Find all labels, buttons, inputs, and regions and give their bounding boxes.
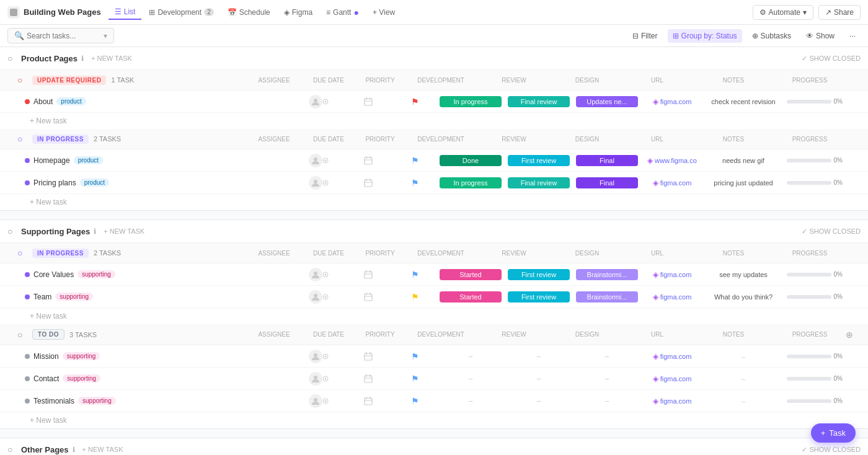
priority-mission[interactable]: ⚑ bbox=[393, 351, 436, 361]
url-link-corevalues[interactable]: ◈ figma.com bbox=[653, 270, 692, 279]
review-pricing[interactable]: Final review bbox=[505, 177, 573, 188]
url-testimonials[interactable]: ◈ figma.com bbox=[641, 397, 703, 405]
dev-team[interactable]: Started bbox=[436, 291, 505, 303]
filter-button[interactable]: ⊟ Filter bbox=[627, 29, 663, 43]
tab-figma[interactable]: ◈ Figma bbox=[278, 6, 319, 19]
tab-development[interactable]: ⊞ Development 2 bbox=[143, 6, 219, 19]
new-task-product[interactable]: + NEW TASK bbox=[87, 53, 136, 63]
url-link-pricing[interactable]: ◈ figma.com bbox=[653, 179, 692, 187]
priority-team[interactable]: ⚑ bbox=[393, 292, 436, 302]
collapse-icon-update[interactable]: ○ bbox=[17, 75, 27, 85]
url-homepage[interactable]: ◈ www.figma.co bbox=[641, 156, 703, 165]
review-about[interactable]: Final review bbox=[505, 96, 573, 107]
url-about[interactable]: ◈ figma.com bbox=[641, 97, 703, 106]
design-team[interactable]: Brainstormi... bbox=[573, 291, 641, 303]
tab-gantt[interactable]: ≡ Gantt ● bbox=[320, 5, 365, 20]
dev-testimonials[interactable]: – bbox=[436, 397, 505, 405]
dev-mission[interactable]: – bbox=[436, 352, 505, 361]
due-mission[interactable] bbox=[343, 351, 393, 361]
collapse-icon-inprogress-supporting[interactable]: ○ bbox=[17, 248, 27, 258]
task-name-team[interactable]: Team bbox=[33, 293, 51, 301]
automate-button[interactable]: ⚙ Automate ▾ bbox=[753, 5, 813, 20]
due-testimonials[interactable] bbox=[343, 396, 393, 406]
assignee-avatar-about[interactable] bbox=[309, 95, 322, 108]
assignee-avatar-homepage[interactable] bbox=[309, 154, 322, 167]
add-col-icon[interactable]: ⊕ bbox=[846, 330, 853, 340]
task-name-testimonials[interactable]: Testimonials bbox=[33, 397, 74, 405]
design-contact[interactable]: – bbox=[573, 374, 641, 383]
group-by-button[interactable]: ⊞ Group by: Status bbox=[668, 29, 742, 43]
task-tag-mission[interactable]: supporting bbox=[63, 352, 100, 360]
info-icon-other[interactable]: ℹ bbox=[73, 446, 75, 454]
dev-corevalues[interactable]: Started bbox=[436, 269, 505, 280]
url-link-about[interactable]: ◈ figma.com bbox=[653, 97, 692, 106]
dev-pricing[interactable]: In progress bbox=[436, 177, 505, 188]
review-testimonials[interactable]: – bbox=[505, 397, 573, 405]
assignee-avatar-pricing[interactable] bbox=[309, 176, 322, 190]
dev-homepage[interactable]: Done bbox=[436, 155, 505, 166]
due-about[interactable] bbox=[343, 97, 393, 107]
due-pricing[interactable] bbox=[343, 178, 393, 188]
tab-list[interactable]: ☰ List bbox=[108, 5, 142, 20]
collapse-icon-supporting[interactable]: ○ bbox=[7, 226, 17, 236]
due-corevalues[interactable] bbox=[343, 270, 393, 280]
task-tag-pricing[interactable]: product bbox=[80, 179, 109, 187]
assignee-avatar-testimonials[interactable] bbox=[309, 394, 322, 408]
show-closed-product[interactable]: ✓ SHOW CLOSED bbox=[802, 55, 861, 63]
task-name-pricing[interactable]: Pricing plans bbox=[33, 179, 76, 187]
task-tag-testimonials[interactable]: supporting bbox=[78, 397, 116, 405]
share-button[interactable]: ↗ Share bbox=[818, 5, 861, 20]
review-team[interactable]: First review bbox=[505, 291, 573, 303]
url-contact[interactable]: ◈ figma.com bbox=[641, 374, 703, 383]
new-task-row-todo[interactable]: + New task bbox=[0, 412, 868, 428]
due-homepage[interactable] bbox=[343, 156, 393, 166]
task-name-homepage[interactable]: Homepage bbox=[33, 156, 70, 165]
task-tag-corevalues[interactable]: supporting bbox=[78, 270, 115, 278]
assignee-avatar-corevalues[interactable] bbox=[309, 268, 322, 281]
design-corevalues[interactable]: Brainstormi... bbox=[573, 269, 641, 280]
url-pricing[interactable]: ◈ figma.com bbox=[641, 179, 703, 187]
info-icon-supporting[interactable]: ℹ bbox=[94, 228, 96, 236]
info-icon-product[interactable]: ℹ bbox=[81, 55, 84, 63]
due-contact[interactable] bbox=[343, 374, 393, 384]
url-link-team[interactable]: ◈ figma.com bbox=[653, 293, 692, 301]
task-tag-about[interactable]: product bbox=[56, 97, 86, 105]
design-testimonials[interactable]: – bbox=[573, 397, 641, 405]
new-task-row-supporting-ip[interactable]: + New task bbox=[0, 308, 868, 324]
show-button[interactable]: 👁 Show bbox=[801, 29, 839, 43]
design-about[interactable]: Updates ne... bbox=[573, 96, 641, 107]
priority-homepage[interactable]: ⚑ bbox=[393, 156, 436, 166]
url-link-contact[interactable]: ◈ figma.com bbox=[653, 374, 692, 383]
review-homepage[interactable]: First review bbox=[505, 155, 573, 166]
task-tag-homepage[interactable]: product bbox=[74, 156, 103, 164]
review-corevalues[interactable]: First review bbox=[505, 269, 573, 280]
dev-about[interactable]: In progress bbox=[436, 96, 505, 107]
collapse-icon-other[interactable]: ○ bbox=[7, 444, 17, 454]
new-task-supporting[interactable]: + NEW TASK bbox=[100, 226, 148, 236]
search-input[interactable] bbox=[27, 32, 101, 40]
priority-pricing[interactable]: ⚑ bbox=[393, 178, 436, 188]
url-link-homepage[interactable]: ◈ www.figma.co bbox=[647, 156, 697, 165]
task-name-mission[interactable]: Mission bbox=[33, 352, 59, 361]
url-link-mission[interactable]: ◈ figma.com bbox=[653, 352, 692, 361]
dev-contact[interactable]: – bbox=[436, 374, 505, 383]
new-task-other[interactable]: + NEW TASK bbox=[79, 444, 127, 454]
review-mission[interactable]: – bbox=[505, 352, 573, 361]
assignee-avatar-contact[interactable] bbox=[309, 372, 322, 386]
task-name-about[interactable]: About bbox=[33, 97, 53, 106]
tab-schedule[interactable]: 📅 Schedule bbox=[221, 6, 277, 19]
collapse-icon-product[interactable]: ○ bbox=[7, 53, 17, 63]
url-link-testimonials[interactable]: ◈ figma.com bbox=[653, 397, 692, 405]
assignee-avatar-mission[interactable] bbox=[309, 350, 322, 363]
priority-corevalues[interactable]: ⚑ bbox=[393, 270, 436, 280]
design-mission[interactable]: – bbox=[573, 352, 641, 361]
task-name-corevalues[interactable]: Core Values bbox=[33, 270, 74, 279]
more-button[interactable]: ··· bbox=[844, 29, 861, 43]
search-box[interactable]: 🔍 ▾ bbox=[7, 28, 114, 43]
design-homepage[interactable]: Final bbox=[573, 155, 641, 166]
task-tag-contact[interactable]: supporting bbox=[63, 374, 100, 382]
subtasks-button[interactable]: ⊕ Subtasks bbox=[747, 29, 796, 43]
due-team[interactable] bbox=[343, 292, 393, 302]
priority-contact[interactable]: ⚑ bbox=[393, 374, 436, 384]
show-closed-supporting[interactable]: ✓ SHOW CLOSED bbox=[802, 228, 861, 236]
